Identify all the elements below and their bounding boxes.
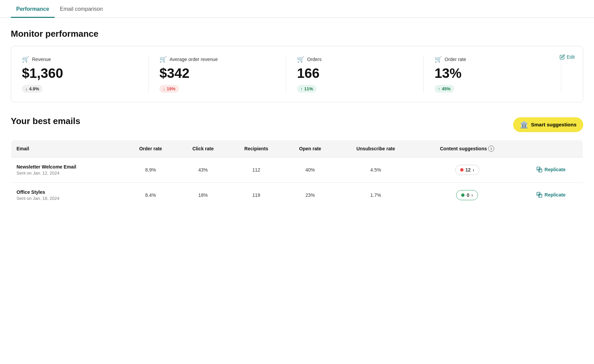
- cell-email-2: Office Styles Sent on Jan. 18, 2024: [11, 183, 124, 208]
- metric-avg-label: Average order revenue: [170, 57, 218, 62]
- metric-orders: 🛒 Orders 166 ↑ 11%: [297, 56, 424, 93]
- col-header-open-rate: Open rate: [284, 140, 336, 157]
- cart-icon-revenue: 🛒: [22, 56, 29, 63]
- cell-replicate-2: Replicate: [519, 183, 583, 208]
- metric-order-rate-label: Order rate: [445, 57, 466, 62]
- suggestions-badge-2[interactable]: 0 ›: [456, 190, 478, 200]
- cell-click-rate-1: 43%: [177, 157, 229, 183]
- table-header-row: Email Order rate Click rate Recipients O…: [11, 140, 583, 157]
- content-suggestions-info-icon[interactable]: i: [488, 146, 494, 152]
- table-row: Newsletter Welcome Email Sent on Jan. 12…: [11, 157, 583, 183]
- cell-content-suggestions-2: 0 ›: [415, 183, 519, 208]
- replicate-icon-1: [536, 166, 542, 173]
- replicate-label-1: Replicate: [544, 167, 565, 172]
- metric-revenue: 🛒 Revenue $1,360 ↓ 4.9%: [22, 56, 149, 93]
- col-header-recipients: Recipients: [229, 140, 284, 157]
- monitor-section: Monitor performance 🛒 Revenue $1,360 ↓ 4…: [11, 29, 583, 102]
- col-header-content-suggestions: Content suggestions i: [415, 140, 519, 157]
- suggestions-badge-1[interactable]: 12 ›: [455, 165, 479, 175]
- col-header-email: Email: [11, 140, 124, 157]
- metric-orders-value: 166: [297, 66, 413, 81]
- email-table: Email Order rate Click rate Recipients O…: [11, 140, 583, 208]
- cell-unsubscribe-rate-2: 1.7%: [336, 183, 415, 208]
- cell-open-rate-2: 23%: [284, 183, 336, 208]
- metric-orders-change: ↑ 11%: [297, 85, 317, 93]
- email-date-1: Sent on Jan. 12, 2024: [17, 171, 118, 176]
- email-name-1: Newsletter Welcome Email: [17, 164, 118, 170]
- metric-avg-value: $342: [159, 66, 275, 81]
- cell-email-1: Newsletter Welcome Email Sent on Jan. 12…: [11, 157, 124, 183]
- up-arrow-icon-orders: ↑: [300, 86, 303, 91]
- suggestions-dot-green: [461, 193, 465, 197]
- metric-avg-change: ↓ 19%: [159, 85, 179, 93]
- down-arrow-icon-bad: ↓: [163, 86, 165, 91]
- smart-suggestions-icon: 🏛️: [520, 121, 528, 129]
- best-emails-header: Your best emails 🏛️ Smart suggestions: [11, 116, 583, 133]
- replicate-label-2: Replicate: [544, 192, 565, 198]
- cell-unsubscribe-rate-1: 4.5%: [336, 157, 415, 183]
- tab-performance[interactable]: Performance: [11, 0, 55, 18]
- cell-replicate-1: Replicate: [519, 157, 583, 183]
- replicate-button-2[interactable]: Replicate: [536, 192, 565, 198]
- cell-recipients-1: 112: [229, 157, 284, 183]
- col-header-action: [519, 140, 583, 157]
- replicate-icon-2: [536, 192, 542, 198]
- best-emails-title: Your best emails: [11, 116, 80, 126]
- cell-click-rate-2: 18%: [177, 183, 229, 208]
- cell-open-rate-1: 40%: [284, 157, 336, 183]
- cell-order-rate-2: 8.4%: [124, 183, 177, 208]
- metric-revenue-change: ↓ 4.9%: [22, 85, 42, 93]
- suggestions-count-1: 12: [466, 167, 471, 173]
- email-name-2: Office Styles: [17, 189, 118, 195]
- smart-suggestions-button[interactable]: 🏛️ Smart suggestions: [513, 117, 583, 132]
- metric-revenue-label: Revenue: [32, 57, 51, 62]
- down-arrow-icon: ↓: [25, 86, 28, 91]
- chevron-icon-1: ›: [473, 167, 474, 173]
- svg-rect-3: [539, 194, 542, 197]
- metric-avg-order-revenue: 🛒 Average order revenue $342 ↓ 19%: [159, 56, 286, 93]
- metric-order-rate: 🛒 Order rate 13% ↑ 45%: [435, 56, 561, 93]
- suggestions-dot-red: [460, 168, 464, 172]
- col-header-click-rate: Click rate: [177, 140, 229, 157]
- metric-orders-label: Orders: [307, 57, 322, 62]
- col-header-order-rate: Order rate: [124, 140, 177, 157]
- monitor-title: Monitor performance: [11, 29, 583, 39]
- cart-icon-orders: 🛒: [297, 56, 304, 63]
- metric-order-rate-value: 13%: [435, 66, 550, 81]
- svg-rect-0: [539, 169, 542, 172]
- replicate-button-1[interactable]: Replicate: [536, 166, 565, 173]
- table-row: Office Styles Sent on Jan. 18, 2024 8.4%…: [11, 183, 583, 208]
- edit-icon: [560, 54, 565, 60]
- main-content: Monitor performance 🛒 Revenue $1,360 ↓ 4…: [0, 18, 594, 219]
- suggestions-count-2: 0: [467, 192, 469, 198]
- metric-revenue-value: $1,360: [22, 66, 138, 81]
- cell-order-rate-1: 8.9%: [124, 157, 177, 183]
- metric-order-rate-change: ↑ 45%: [435, 85, 454, 93]
- up-arrow-icon-rate: ↑: [438, 86, 440, 91]
- chevron-icon-2: ›: [471, 192, 473, 198]
- cell-content-suggestions-1: 12 ›: [415, 157, 519, 183]
- metrics-card: 🛒 Revenue $1,360 ↓ 4.9% 🛒 Average order …: [11, 46, 583, 102]
- cell-recipients-2: 119: [229, 183, 284, 208]
- tab-email-comparison[interactable]: Email comparison: [55, 0, 108, 18]
- cart-icon-avg: 🛒: [159, 56, 167, 63]
- best-emails-section: Your best emails 🏛️ Smart suggestions Em…: [11, 116, 583, 208]
- cart-icon-order-rate: 🛒: [435, 56, 442, 63]
- smart-suggestions-label: Smart suggestions: [531, 122, 576, 127]
- tabs-bar: Performance Email comparison: [0, 0, 594, 18]
- edit-button[interactable]: Edit: [560, 54, 575, 60]
- col-header-unsubscribe-rate: Unsubscribe rate: [336, 140, 415, 157]
- email-date-2: Sent on Jan. 18, 2024: [17, 196, 118, 201]
